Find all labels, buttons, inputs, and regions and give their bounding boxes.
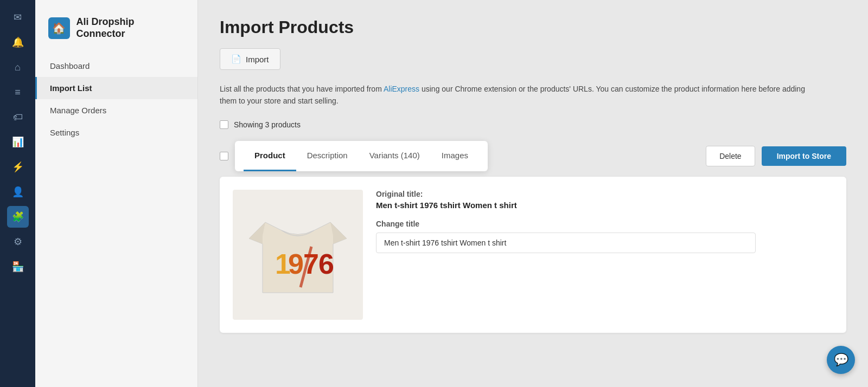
product-card: 1 9 7 6 Original title: Men t-shirt 1976…	[220, 177, 846, 333]
gear-icon[interactable]: ⚙	[7, 231, 29, 253]
svg-text:9: 9	[288, 248, 304, 280]
brand-area: 🏠 Ali Dropship Connector	[35, 11, 197, 55]
original-title-label: Original title:	[376, 190, 833, 198]
products-row: Showing 3 products	[220, 120, 846, 129]
tab-card: Product Description Variants (140) Image…	[235, 141, 488, 171]
person-icon[interactable]: 👤	[7, 181, 29, 203]
select-all-checkbox[interactable]	[220, 120, 228, 129]
sidebar-item-manage-orders[interactable]: Manage Orders	[35, 99, 197, 121]
puzzle-icon[interactable]: 🧩	[7, 206, 29, 228]
svg-text:6: 6	[318, 248, 334, 280]
sidebar-item-import-list[interactable]: Import List	[35, 77, 197, 99]
action-row: Product Description Variants (140) Image…	[220, 136, 846, 177]
icon-sidebar: ✉ 🔔 ⌂ ≡ 🏷 📊 ⚡ 👤 🧩 ⚙ 🏪	[0, 0, 35, 387]
import-button-label: Import	[246, 55, 269, 64]
chat-icon: 💬	[834, 353, 848, 367]
import-to-store-button[interactable]: Import to Store	[762, 146, 846, 166]
tab-description[interactable]: Description	[296, 141, 359, 171]
tag-icon[interactable]: 🏷	[7, 106, 29, 128]
bolt-icon[interactable]: ⚡	[7, 156, 29, 178]
tab-product[interactable]: Product	[244, 141, 296, 171]
aliexpress-link[interactable]: AliExpress	[384, 85, 419, 93]
brand-name: Ali Dropship Connector	[76, 16, 185, 40]
product-tshirt-svg: 1 9 7 6	[244, 201, 352, 309]
description-text: List all the products that you have impo…	[220, 83, 816, 107]
desc-before-link: List all the products that you have impo…	[220, 85, 384, 93]
delete-button[interactable]: Delete	[706, 146, 755, 166]
product-checkbox[interactable]	[220, 152, 228, 160]
product-details: Original title: Men t-shirt 1976 tshirt …	[376, 190, 833, 253]
chat-bubble[interactable]: 💬	[827, 346, 855, 374]
home-icon[interactable]: ⌂	[7, 56, 29, 78]
import-button[interactable]: 📄 Import	[220, 48, 280, 70]
bell-icon[interactable]: 🔔	[7, 31, 29, 53]
sidebar-item-settings[interactable]: Settings	[35, 121, 197, 144]
mail-icon[interactable]: ✉	[7, 7, 29, 28]
chart-icon[interactable]: 📊	[7, 131, 29, 153]
change-title-label: Change title	[376, 220, 833, 228]
tab-images[interactable]: Images	[431, 141, 479, 171]
page-title: Import Products	[220, 17, 846, 37]
nav-sidebar: 🏠 Ali Dropship Connector Dashboard Impor…	[35, 0, 198, 387]
tab-variants[interactable]: Variants (140)	[359, 141, 431, 171]
sidebar-item-dashboard[interactable]: Dashboard	[35, 55, 197, 77]
original-title-value: Men t-shirt 1976 tshirt Women t shirt	[376, 201, 833, 210]
brand-icon: 🏠	[48, 17, 70, 39]
showing-label: Showing 3 products	[234, 120, 301, 129]
import-icon: 📄	[231, 54, 241, 64]
store-icon[interactable]: 🏪	[7, 256, 29, 278]
product-image: 1 9 7 6	[233, 190, 363, 320]
orders-icon[interactable]: ≡	[7, 81, 29, 103]
main-content: Import Products 📄 Import List all the pr…	[198, 0, 868, 387]
change-title-input[interactable]	[376, 233, 756, 253]
